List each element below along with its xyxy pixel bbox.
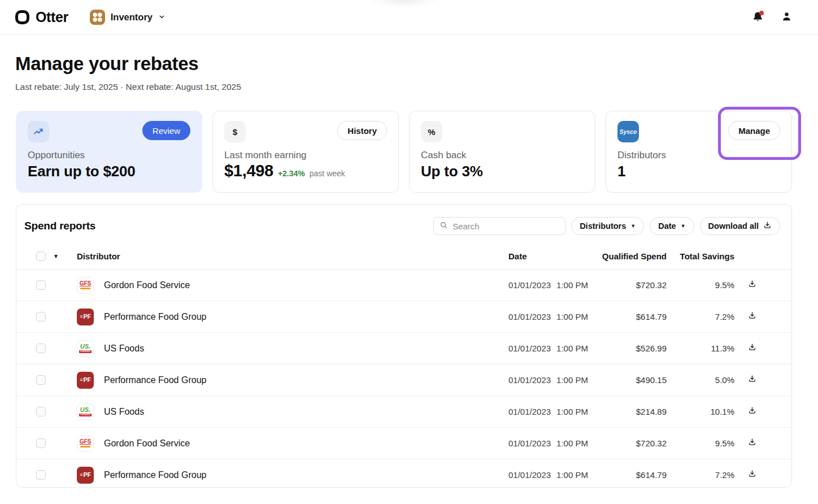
manage-button[interactable]: Manage: [728, 121, 780, 140]
report-date: 01/01/2023: [508, 407, 551, 416]
table-row: US.FOODS US Foods 01/01/2023 1:00 PM $52…: [16, 332, 791, 364]
distributor-logo-icon: GFS: [77, 435, 94, 452]
row-checkbox[interactable]: [36, 407, 46, 416]
account-button[interactable]: [780, 11, 793, 24]
total-savings-value: 11.3%: [667, 344, 734, 353]
table-row: ≡PF Performance Food Group 01/01/2023 1:…: [16, 459, 791, 488]
app-switcher-label: Inventory: [111, 12, 153, 23]
download-all-button[interactable]: Download all: [700, 217, 780, 235]
row-checkbox[interactable]: [36, 280, 46, 290]
distributors-count: 1: [617, 163, 780, 180]
report-time: 1:00 PM: [556, 344, 588, 353]
row-checkbox[interactable]: [36, 375, 46, 385]
app-switcher-inventory[interactable]: Inventory: [90, 10, 166, 25]
row-checkbox[interactable]: [36, 344, 46, 353]
otter-logo-icon: [15, 10, 29, 24]
distributor-name: Performance Food Group: [104, 470, 206, 480]
report-date: 01/01/2023: [508, 280, 551, 290]
report-time: 1:00 PM: [556, 407, 588, 416]
sysco-logo-icon: Sysco: [617, 121, 639, 142]
total-savings-value: 9.5%: [667, 280, 734, 290]
table-header-row: ▼ Distributor Date Qualified Spend Total…: [16, 243, 791, 269]
search-input[interactable]: [452, 221, 565, 231]
report-time: 1:00 PM: [556, 312, 588, 321]
distributor-logo-icon: ≡PF: [77, 309, 94, 325]
distributor-logo-icon: ≡PF: [77, 372, 94, 389]
qualified-spend-value: $720.32: [593, 280, 667, 290]
distributor-logo-icon: US.FOODS: [77, 403, 94, 420]
qualified-spend-value: $614.79: [593, 312, 667, 321]
report-time: 1:00 PM: [556, 375, 588, 385]
distributor-name: Performance Food Group: [104, 375, 206, 385]
stat-cards-row: Review Opportunities Earn up to $200 $ H…: [16, 111, 792, 193]
report-time: 1:00 PM: [556, 280, 588, 290]
opportunities-value: Earn up to $200: [28, 163, 190, 180]
table-row: US.FOODS US Foods 01/01/2023 1:00 PM $21…: [16, 396, 791, 427]
total-savings-value: 7.2%: [667, 312, 734, 321]
row-checkbox[interactable]: [36, 438, 46, 448]
search-icon: [440, 221, 448, 232]
person-icon: [781, 11, 793, 24]
qualified-spend-value: $214.89: [593, 407, 667, 416]
download-report-button[interactable]: [734, 470, 769, 478]
cash-back-card: % Cash back Up to 3%: [409, 111, 595, 193]
report-time: 1:00 PM: [556, 438, 588, 448]
page-title: Manage your rebates: [15, 53, 792, 75]
qualified-spend-value: $526.99: [593, 344, 667, 353]
page-header: Manage your rebates Last rebate: July 1s…: [0, 35, 818, 92]
distributors-card: Sysco Manage Distributors 1: [606, 111, 792, 193]
distributor-logo-icon: ≡PF: [77, 467, 94, 484]
opportunities-label: Opportunities: [28, 150, 190, 161]
report-date: 01/01/2023: [508, 470, 551, 480]
table-row: ≡PF Performance Food Group 01/01/2023 1:…: [16, 364, 791, 396]
report-time: 1:00 PM: [556, 470, 588, 480]
select-all-checkbox[interactable]: [36, 251, 46, 261]
review-button[interactable]: Review: [142, 121, 190, 140]
row-checkbox[interactable]: [36, 470, 46, 480]
rebate-dates-subtitle: Last rebate: July 1st, 2025 · Next rebat…: [15, 82, 792, 92]
date-filter-button[interactable]: Date ▼: [650, 217, 694, 235]
download-report-button[interactable]: [734, 280, 769, 288]
search-box[interactable]: [433, 217, 565, 235]
distributor-name: US Foods: [104, 344, 144, 354]
history-button[interactable]: History: [337, 121, 387, 140]
distributor-logo-icon: GFS: [77, 277, 94, 294]
report-date: 01/01/2023: [508, 375, 551, 385]
caret-down-icon: ▼: [681, 223, 686, 229]
window-notch-shadow: [371, 0, 437, 7]
brand-name: Otter: [36, 9, 68, 25]
row-checkbox[interactable]: [36, 312, 46, 321]
download-icon: [763, 221, 772, 231]
download-report-button[interactable]: [734, 375, 769, 383]
qualified-spend-value: $720.32: [593, 438, 667, 448]
column-header-total-savings: Total Savings: [667, 251, 734, 261]
last-month-earning-card: $ History Last month earning $1,498 +2.3…: [212, 111, 399, 193]
distributor-name: Gordon Food Service: [104, 280, 190, 290]
notifications-button[interactable]: [751, 11, 764, 24]
distributor-name: Gordon Food Service: [104, 438, 190, 449]
spend-reports-card: Spend reports Distributors ▼ Date ▼ Down…: [16, 204, 792, 488]
distributors-filter-button[interactable]: Distributors ▼: [571, 217, 644, 235]
download-report-button[interactable]: [734, 311, 769, 320]
select-menu-caret-icon[interactable]: ▼: [53, 253, 59, 259]
chevron-down-icon: [158, 12, 166, 23]
earning-delta-period: past week: [310, 169, 345, 178]
spend-reports-title: Spend reports: [24, 220, 95, 232]
top-nav: Otter Inventory: [0, 0, 818, 35]
qualified-spend-value: $490.15: [593, 375, 667, 385]
download-report-button[interactable]: [734, 438, 769, 446]
earning-label: Last month earning: [224, 150, 387, 161]
download-report-button[interactable]: [734, 343, 769, 351]
cash-back-label: Cash back: [421, 150, 584, 161]
column-header-qualified-spend: Qualified Spend: [593, 251, 667, 261]
download-report-button[interactable]: [734, 406, 769, 415]
otter-brand[interactable]: Otter: [15, 9, 68, 25]
distributor-name: US Foods: [104, 407, 144, 417]
total-savings-value: 5.0%: [667, 375, 734, 385]
table-body: GFS Gordon Food Service 01/01/2023 1:00 …: [16, 269, 791, 488]
table-row: ≡PF Performance Food Group 01/01/2023 1:…: [16, 301, 791, 332]
report-date: 01/01/2023: [508, 312, 551, 321]
distributor-name: Performance Food Group: [104, 312, 206, 322]
notification-dot: [759, 11, 764, 15]
inventory-grid-icon: [90, 10, 105, 25]
